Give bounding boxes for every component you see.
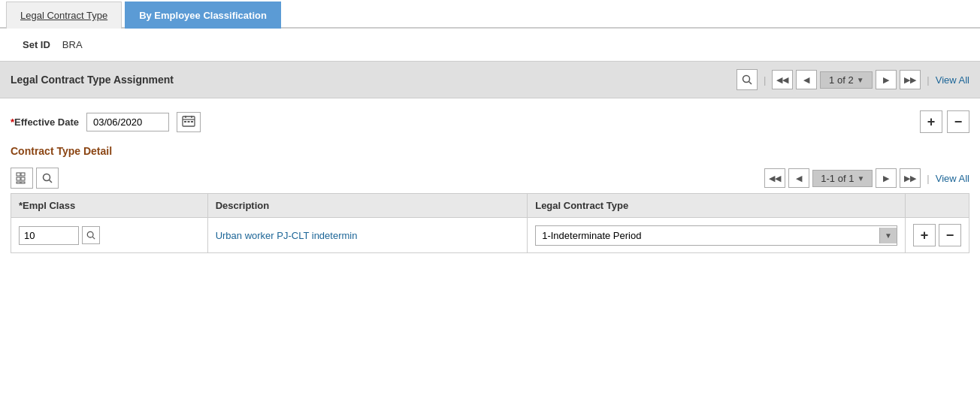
effective-date-row: *Effective Date <box>11 112 201 132</box>
detail-section-title: Contract Type Detail <box>11 145 969 157</box>
table-header-row: *Empl Class Description Legal Contract T… <box>11 194 969 218</box>
grid-icon <box>16 172 28 184</box>
detail-page-indicator: 1-1 of 1 ▼ <box>812 170 873 187</box>
required-star: * <box>11 116 14 128</box>
setid-label: Set ID <box>23 39 50 50</box>
detail-toolbar-right: ◀◀ ◀ 1-1 of 1 ▼ ▶ ▶▶ | View All <box>764 168 969 188</box>
detail-prev-button[interactable]: ◀ <box>788 168 809 188</box>
assignment-search-button[interactable] <box>737 69 758 90</box>
assignment-first-button[interactable]: ◀◀ <box>772 70 793 89</box>
effective-date-label: *Effective Date <box>11 116 79 128</box>
svg-line-1 <box>749 82 752 85</box>
detail-search-button[interactable] <box>36 168 59 189</box>
svg-rect-7 <box>188 121 190 122</box>
assignment-page-indicator: 1 of 2 ▼ <box>820 71 873 89</box>
svg-line-16 <box>50 180 53 183</box>
assignment-section-title: Legal Contract Type Assignment <box>11 74 174 86</box>
assignment-last-button[interactable]: ▶▶ <box>900 70 921 89</box>
remove-row-button[interactable]: − <box>947 110 969 133</box>
detail-last-button[interactable]: ▶▶ <box>900 168 921 188</box>
svg-rect-10 <box>21 173 25 176</box>
add-remove-buttons: + − <box>920 110 969 133</box>
setid-value: BRA <box>62 39 83 50</box>
row-remove-button[interactable]: − <box>939 224 961 246</box>
form-area: *Effective Date + − <box>0 98 980 145</box>
add-row-button[interactable]: + <box>920 110 942 133</box>
row-actions-cell: + − <box>906 218 969 253</box>
contract-type-select-wrapper[interactable]: 1-Indeterminate Period 2-Fixed Term 3-Te… <box>535 225 897 246</box>
contract-detail-section: Contract Type Detail <box>0 145 980 264</box>
description-cell: Urban worker PJ-CLT indetermin <box>207 218 528 253</box>
detail-inner-toolbar: ◀◀ ◀ 1-1 of 1 ▼ ▶ ▶▶ | View All <box>11 163 969 193</box>
calendar-icon <box>182 115 195 127</box>
empl-class-cell <box>11 218 208 253</box>
svg-point-15 <box>44 174 50 181</box>
tab-legal-contract-type[interactable]: Legal Contract Type <box>6 2 122 29</box>
tab-by-employee-classification[interactable]: By Employee Classification <box>125 2 281 29</box>
svg-point-17 <box>87 231 93 237</box>
effective-date-input[interactable] <box>86 113 169 131</box>
detail-toolbar-left <box>11 168 59 189</box>
empl-class-input[interactable] <box>19 226 79 245</box>
assignment-nav-controls: | ◀◀ ◀ 1 of 2 ▼ ▶ ▶▶ | View All <box>737 69 969 90</box>
empl-search-icon <box>86 231 95 240</box>
col-header-empl-class: *Empl Class <box>11 194 208 218</box>
assignment-prev-button[interactable]: ◀ <box>796 70 817 89</box>
row-add-button[interactable]: + <box>913 224 936 246</box>
nav-separator-1: | <box>764 74 766 86</box>
detail-page-chevron[interactable]: ▼ <box>857 174 864 183</box>
svg-rect-6 <box>184 121 186 122</box>
detail-next-button[interactable]: ▶ <box>876 168 897 188</box>
select-chevron-icon: ▼ <box>879 228 897 243</box>
svg-rect-14 <box>21 182 25 183</box>
tabs-bar: Legal Contract Type By Employee Classifi… <box>0 0 980 29</box>
detail-page-text: 1-1 of 1 <box>821 173 854 184</box>
detail-view-all-link[interactable]: View All <box>936 173 969 184</box>
detail-first-button[interactable]: ◀◀ <box>764 168 785 188</box>
empl-class-search-button[interactable] <box>82 226 100 244</box>
search-icon <box>742 74 752 85</box>
svg-rect-9 <box>17 173 20 176</box>
col-header-actions <box>906 194 969 218</box>
setid-area: Set ID BRA <box>0 29 980 61</box>
svg-line-18 <box>92 237 95 239</box>
svg-rect-11 <box>17 177 20 180</box>
calendar-button[interactable] <box>177 112 201 132</box>
detail-nav-separator: | <box>927 173 929 184</box>
svg-rect-8 <box>191 121 193 122</box>
col-header-legal-contract-type: Legal Contract Type <box>528 194 906 218</box>
contract-detail-table: *Empl Class Description Legal Contract T… <box>11 193 969 253</box>
table-row: Urban worker PJ-CLT indetermin 1-Indeter… <box>11 218 969 253</box>
svg-point-0 <box>743 76 749 83</box>
assignment-page-text: 1 of 2 <box>829 74 854 86</box>
row-add-remove-buttons: + − <box>913 224 961 246</box>
svg-rect-12 <box>21 177 25 180</box>
col-header-description: Description <box>207 194 528 218</box>
assignment-next-button[interactable]: ▶ <box>876 70 897 89</box>
legal-contract-type-cell: 1-Indeterminate Period 2-Fixed Term 3-Te… <box>528 218 906 253</box>
description-text: Urban worker PJ-CLT indetermin <box>216 230 358 241</box>
grid-view-button[interactable] <box>11 168 33 189</box>
assignment-view-all-link[interactable]: View All <box>936 74 969 86</box>
assignment-section-header: Legal Contract Type Assignment | ◀◀ ◀ 1 … <box>0 61 980 98</box>
detail-search-icon <box>42 173 53 183</box>
assignment-page-chevron[interactable]: ▼ <box>857 76 864 84</box>
svg-rect-13 <box>17 182 20 183</box>
nav-separator-2: | <box>927 74 929 86</box>
contract-type-select[interactable]: 1-Indeterminate Period 2-Fixed Term 3-Te… <box>536 226 878 245</box>
